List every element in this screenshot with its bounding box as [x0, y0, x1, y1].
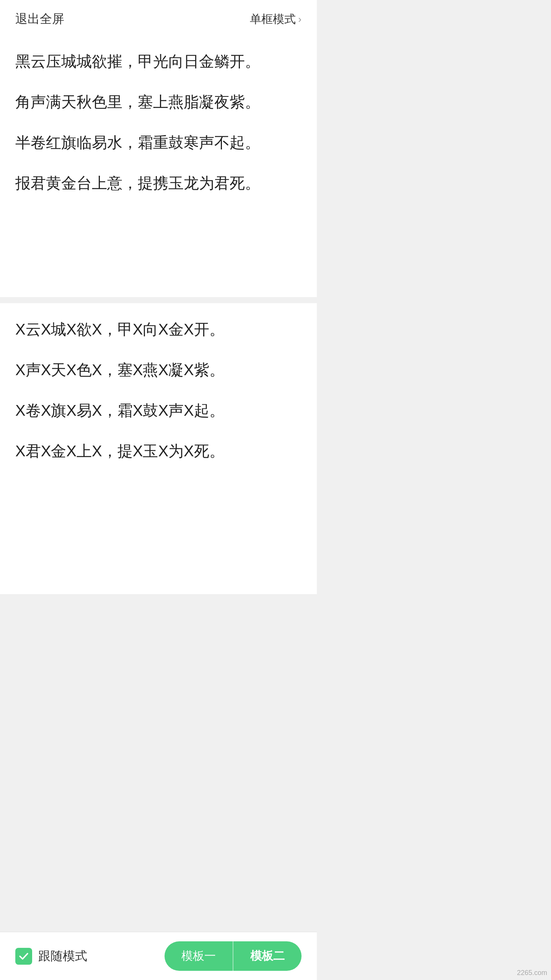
masked-poem-card: X云X城X欲X，甲X向X金X开。 X声X天X色X，塞X燕X凝X紫。 X卷X旗X易…	[0, 303, 317, 594]
top-bar: 退出全屏 单框模式 ›	[0, 0, 317, 35]
poem-line-2: 角声满天秋色里，塞上燕脂凝夜紫。	[15, 91, 302, 113]
exit-fullscreen-button[interactable]: 退出全屏	[15, 11, 64, 28]
original-poem-card: 黑云压城城欲摧，甲光向日金鳞开。 角声满天秋色里，塞上燕脂凝夜紫。 半卷红旗临易…	[0, 35, 317, 303]
poem-line-1: 黑云压城城欲摧，甲光向日金鳞开。	[15, 51, 302, 72]
poem-line-4: 报君黄金台上意，提携玉龙为君死。	[15, 172, 302, 194]
masked-line-3: X卷X旗X易X，霜X鼓X声X起。	[15, 400, 302, 421]
masked-line-2: X声X天X色X，塞X燕X凝X紫。	[15, 359, 302, 381]
masked-line-4: X君X金X上X，提X玉X为X死。	[15, 440, 302, 462]
masked-line-1: X云X城X欲X，甲X向X金X开。	[15, 318, 302, 340]
chevron-right-icon: ›	[298, 13, 302, 25]
mode-label: 单框模式	[250, 11, 296, 27]
poem-line-3: 半卷红旗临易水，霜重鼓寒声不起。	[15, 132, 302, 153]
mode-selector[interactable]: 单框模式 ›	[250, 11, 302, 27]
